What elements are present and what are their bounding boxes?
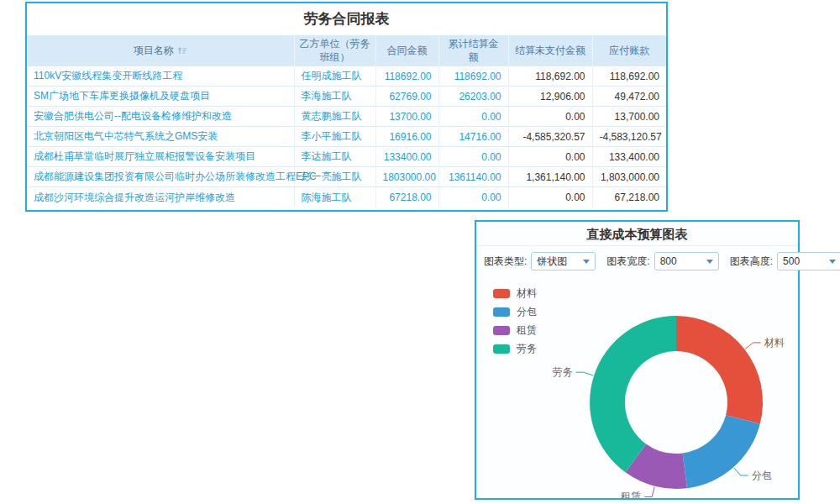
table-row: 北京朝阳区电气中芯特气系统之GMS安装李小平施工队16916.0014716.0… [27,127,666,147]
legend-label: 租赁 [517,323,537,338]
sort-icon[interactable] [177,45,187,55]
table-row: 110kV安徽线程集变开断线路工程任明成施工队118692.00118692.0… [27,66,666,87]
table-cell: 彭一亮施工队 [294,167,375,187]
chevron-down-icon [706,260,713,264]
chart-height-select[interactable]: 500 [777,252,840,270]
project-name-cell[interactable]: 成都沙河环境综合提升改造运河护岸维修改造 [27,187,294,207]
table-cell: 0.00 [508,147,592,167]
col-header-accounts-payable: 应付账款 [592,35,666,66]
legend-label: 材料 [517,286,537,301]
labor-report-table: 项目名称 乙方单位（劳务班组） 合同金额 累计结算金额 结算未支付金额 应付账款… [27,35,666,207]
chart-height-value: 500 [783,255,800,267]
table-cell: 李海施工队 [294,87,375,107]
legend-item[interactable]: 劳务 [493,339,537,358]
chart-controls: 图表类型: 饼状图 图表宽度: 800 图表高度: 500 [476,246,798,276]
slice-label: 分包 [752,470,772,481]
chart-height-control: 图表高度: 500 [730,252,840,270]
table-cell: 133,400.00 [592,147,666,167]
chevron-down-icon [829,260,836,264]
table-cell: 67,218.00 [592,187,666,207]
table-row: 成都沙河环境综合提升改造运河护岸维修改造陈海施工队67218.000.000.0… [27,187,666,207]
table-cell: 0.00 [508,187,592,207]
legend-label: 劳务 [517,342,537,356]
chart-legend: 材料分包租赁劳务 [493,284,537,358]
label-connector [576,372,593,375]
col-header-project-name-label: 项目名称 [134,44,174,57]
table-row: 安徽合肥供电公司--配电设备检修维护和改造黄志鹏施工队13700.000.000… [27,107,666,127]
label-connector [734,468,748,475]
project-name-cell[interactable]: 成都能源建设集团投资有限公司临时办公场所装修改造工程EPC [27,167,294,187]
table-row: 成都杜甫草堂临时展厅独立展柜报警设备安装项目李达施工队133400.000.00… [27,147,666,167]
table-cell: 133400.00 [375,147,438,167]
col-header-contract-amount: 合同金额 [375,35,438,66]
legend-item[interactable]: 分包 [493,302,537,321]
table-cell: 1361140.00 [438,167,508,187]
legend-swatch [493,289,510,298]
legend-swatch [493,326,510,335]
table-cell: 任明成施工队 [294,66,375,87]
col-header-settled-unpaid: 结算未支付金额 [508,35,592,66]
chart-width-label: 图表宽度: [606,255,649,269]
table-cell: 0.00 [438,187,508,207]
table-row: 成都能源建设集团投资有限公司临时办公场所装修改造工程EPC彭一亮施工队18030… [27,167,666,187]
table-cell: -4,585,320.57 [508,127,592,147]
table-cell: 1803000.00 [375,167,438,187]
table-cell: 16916.00 [375,127,438,147]
label-connector [644,487,654,497]
table-cell: 黄志鹏施工队 [294,107,375,127]
table-cell: 李小平施工队 [294,127,375,147]
table-cell: 13700.00 [375,107,438,127]
table-cell: 118692.00 [438,66,508,87]
table-cell: 49,472.00 [592,87,666,107]
chart-type-control: 图表类型: 饼状图 [484,252,596,270]
donut-slice-分包[interactable] [683,415,760,488]
chart-type-select[interactable]: 饼状图 [531,252,596,270]
table-cell: 0.00 [438,107,508,127]
project-name-cell[interactable]: 北京朝阳区电气中芯特气系统之GMS安装 [27,127,294,147]
table-cell: 1,803,000.00 [592,167,666,187]
chart-width-control: 图表宽度: 800 [606,252,718,270]
slice-label: 租赁 [620,491,641,498]
table-cell: 13,700.00 [592,107,666,127]
chevron-down-icon [583,260,590,264]
table-cell: 0.00 [438,147,508,167]
slice-label: 劳务 [553,366,573,378]
donut-slice-劳务[interactable] [590,316,676,472]
table-cell: 14716.00 [438,127,508,147]
col-header-cumulative-settlement: 累计结算金额 [438,35,508,66]
project-name-cell[interactable]: 110kV安徽线程集变开断线路工程 [27,66,294,87]
legend-swatch [493,344,510,354]
table-header-row: 项目名称 乙方单位（劳务班组） 合同金额 累计结算金额 结算未支付金额 应付账款 [27,35,666,66]
table-cell: 1,361,140.00 [508,167,592,187]
project-name-cell[interactable]: SM广场地下车库更换摄像机及硬盘项目 [27,87,294,107]
col-header-project-name[interactable]: 项目名称 [27,35,294,66]
chart-type-label: 图表类型: [484,255,527,269]
chart-height-label: 图表高度: [730,255,773,269]
table-cell: 陈海施工队 [294,187,375,207]
label-connector [745,343,761,349]
legend-item[interactable]: 材料 [493,284,537,302]
labor-report-title: 劳务合同报表 [27,3,666,35]
table-cell: -4,583,120.57 [592,127,666,147]
slice-label: 材料 [764,337,785,349]
direct-cost-chart-panel: 直接成本预算图表 图表类型: 饼状图 图表宽度: 800 图表高度: 500 材… [475,220,800,500]
chart-width-select[interactable]: 800 [654,252,719,270]
project-name-cell[interactable]: 成都杜甫草堂临时展厅独立展柜报警设备安装项目 [27,147,294,167]
table-cell: 26203.00 [438,87,508,107]
table-cell: 118692.00 [375,66,438,87]
labor-report-panel: 劳务合同报表 项目名称 乙方单位（劳务班组） 合同金额 累 [25,2,668,212]
table-cell: 118,692.00 [508,66,592,87]
legend-swatch [493,307,510,317]
chart-panel-title: 直接成本预算图表 [476,222,798,246]
table-cell: 118,692.00 [592,66,666,87]
project-name-cell[interactable]: 安徽合肥供电公司--配电设备检修维护和改造 [27,107,294,127]
donut-slice-材料[interactable] [676,316,763,424]
legend-label: 分包 [517,305,537,319]
table-cell: 0.00 [508,107,592,127]
table-cell: 62769.00 [375,87,438,107]
table-cell: 12,906.00 [508,87,592,107]
table-row: SM广场地下车库更换摄像机及硬盘项目李海施工队62769.0026203.001… [27,87,666,107]
table-cell: 67218.00 [375,187,438,207]
legend-item[interactable]: 租赁 [493,321,537,339]
donut-chart-area: 材料分包租赁劳务 材料分包租赁劳务 [476,276,798,498]
